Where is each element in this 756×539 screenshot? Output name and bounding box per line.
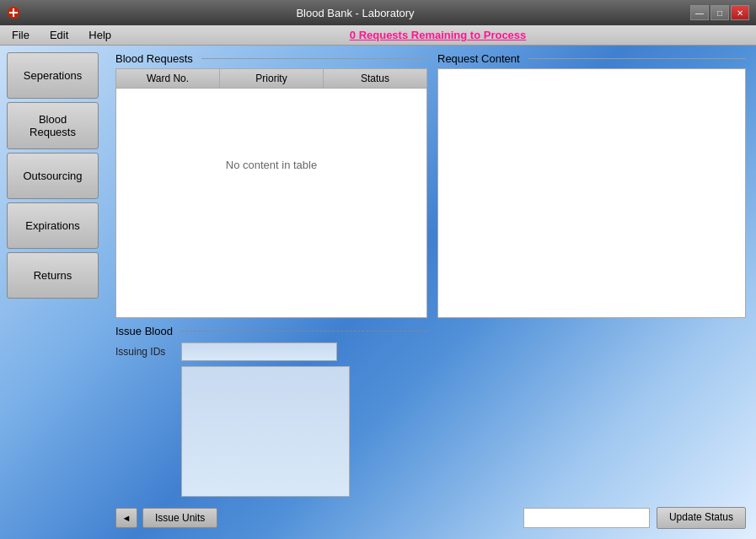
content-area: Blood Requests Ward No. Priority Status … [105,46,756,539]
sidebar-item-blood-requests[interactable]: Blood Requests [7,102,99,149]
main-container: Seperations Blood Requests Outsourcing E… [0,46,756,539]
window-controls: — □ ✕ [690,5,749,20]
top-row: Blood Requests Ward No. Priority Status … [115,52,746,318]
menu-file[interactable]: File [5,27,36,43]
request-content-panel: Request Content [437,52,746,318]
requests-status: 0 Requests Remaining to Process [125,29,751,41]
app-icon [7,6,20,19]
col-ward-no: Ward No. [116,69,220,88]
issue-blood-right [437,325,746,497]
sidebar-item-seperations[interactable]: Seperations [7,52,99,99]
issue-units-button[interactable]: Issue Units [142,508,217,528]
col-status: Status [324,69,426,88]
issuing-ids-label: Issuing IDs [115,346,174,358]
minimize-button[interactable]: — [690,5,709,20]
menu-help[interactable]: Help [82,27,118,43]
status-input[interactable] [523,508,650,528]
request-content-box [437,68,746,318]
issue-blood-section: Issue Blood Issuing IDs [115,325,746,497]
issuing-ids-row: Issuing IDs [115,342,427,361]
maximize-button[interactable]: □ [710,5,729,20]
nav-prev-button[interactable]: ◄ [115,508,137,528]
blood-requests-table: Ward No. Priority Status No content in t… [115,68,427,318]
bottom-row: ◄ Issue Units Update Status [115,504,746,532]
menu-edit[interactable]: Edit [43,27,75,43]
window-title: Blood Bank - Laboratory [20,7,690,19]
request-content-title: Request Content [437,52,746,65]
issue-blood-title: Issue Blood [115,325,427,337]
empty-table-message: No content in table [226,159,317,171]
bottom-right-row: Update Status [224,507,746,529]
col-priority: Priority [220,69,324,88]
sidebar-item-outsourcing[interactable]: Outsourcing [7,153,99,199]
blood-requests-title: Blood Requests [115,52,427,65]
menu-bar: File Edit Help 0 Requests Remaining to P… [0,25,756,46]
close-button[interactable]: ✕ [731,5,749,20]
sidebar: Seperations Blood Requests Outsourcing E… [0,46,105,539]
sidebar-item-returns[interactable]: Returns [7,252,99,299]
update-status-button[interactable]: Update Status [657,507,746,529]
issue-list[interactable] [181,366,350,497]
blood-requests-panel: Blood Requests Ward No. Priority Status … [115,52,427,318]
sidebar-item-expirations[interactable]: Expirations [7,202,99,249]
issuing-ids-input[interactable] [181,342,337,361]
table-header: Ward No. Priority Status [116,69,426,89]
title-bar: Blood Bank - Laboratory — □ ✕ [0,0,756,25]
table-body: No content in table [116,89,426,240]
issue-blood-left: Issue Blood Issuing IDs [115,325,427,497]
